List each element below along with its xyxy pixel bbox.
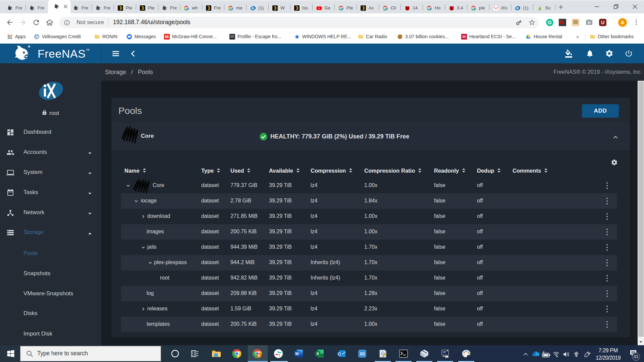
svg-text:W: W [295, 352, 299, 356]
svg-text:S3: S3 [360, 352, 365, 356]
svg-text:X: X [317, 352, 319, 356]
svg-text:A: A [258, 354, 260, 357]
svg-text:R: R [29, 46, 30, 48]
